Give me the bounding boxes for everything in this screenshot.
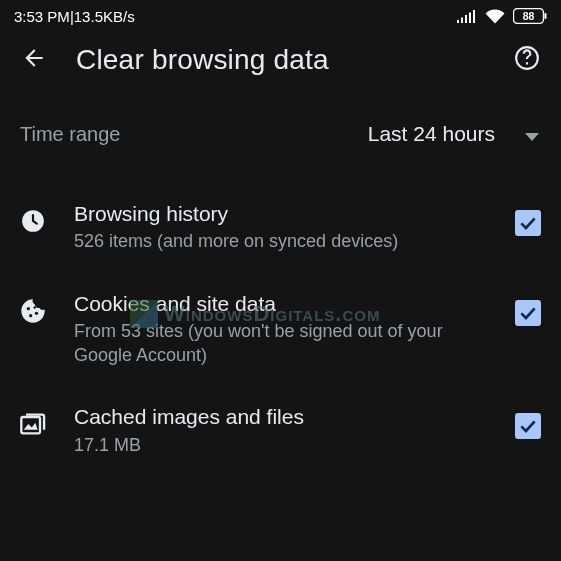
option-text: Cookies and site data From 53 sites (you… bbox=[74, 290, 489, 368]
app-bar: Clear browsing data bbox=[0, 30, 561, 86]
svg-point-9 bbox=[27, 307, 30, 310]
status-right: 88 bbox=[457, 8, 547, 24]
arrow-left-icon bbox=[21, 45, 47, 75]
checkbox[interactable] bbox=[515, 300, 541, 326]
svg-rect-1 bbox=[461, 18, 463, 24]
page-title: Clear browsing data bbox=[76, 44, 485, 76]
option-subtitle: 17.1 MB bbox=[74, 433, 489, 457]
time-range-value: Last 24 hours bbox=[368, 122, 495, 146]
cookie-icon bbox=[18, 296, 48, 326]
wifi-icon bbox=[485, 9, 505, 24]
status-time: 3:53 PM bbox=[14, 8, 70, 25]
checkbox[interactable] bbox=[515, 413, 541, 439]
svg-point-12 bbox=[33, 306, 36, 309]
option-title: Browsing history bbox=[74, 200, 489, 227]
signal-icon bbox=[457, 9, 477, 23]
option-text: Browsing history 526 items (and more on … bbox=[74, 200, 489, 254]
option-subtitle: From 53 sites (you won't be signed out o… bbox=[74, 319, 489, 368]
svg-rect-3 bbox=[469, 13, 471, 24]
svg-point-11 bbox=[35, 311, 38, 314]
option-title: Cached images and files bbox=[74, 403, 489, 430]
svg-rect-2 bbox=[465, 15, 467, 23]
checkbox[interactable] bbox=[515, 210, 541, 236]
dropdown-icon bbox=[525, 122, 539, 146]
option-text: Cached images and files 17.1 MB bbox=[74, 403, 489, 457]
svg-rect-4 bbox=[473, 10, 475, 23]
time-range-row[interactable]: Time range Last 24 hours bbox=[0, 86, 561, 176]
status-bar: 3:53 PM | 13.5KB/s 88 bbox=[0, 0, 561, 30]
option-title: Cookies and site data bbox=[74, 290, 489, 317]
option-cookies[interactable]: Cookies and site data From 53 sites (you… bbox=[0, 272, 561, 386]
svg-text:88: 88 bbox=[523, 10, 535, 22]
back-button[interactable] bbox=[18, 44, 50, 76]
time-range-select[interactable]: Last 24 hours bbox=[368, 122, 539, 146]
option-subtitle: 526 items (and more on synced devices) bbox=[74, 229, 489, 253]
images-icon bbox=[18, 409, 48, 439]
option-browsing-history[interactable]: Browsing history 526 items (and more on … bbox=[0, 182, 561, 272]
clock-icon bbox=[18, 206, 48, 236]
battery-icon: 88 bbox=[513, 8, 547, 24]
svg-rect-0 bbox=[457, 20, 459, 23]
status-net-speed: 13.5KB/s bbox=[74, 8, 135, 25]
time-range-label: Time range bbox=[20, 123, 120, 146]
help-icon bbox=[514, 45, 540, 75]
svg-rect-6 bbox=[545, 13, 547, 19]
help-button[interactable] bbox=[511, 44, 543, 76]
options-list: Browsing history 526 items (and more on … bbox=[0, 176, 561, 475]
svg-rect-13 bbox=[21, 417, 40, 433]
svg-point-10 bbox=[29, 314, 32, 317]
status-left: 3:53 PM | 13.5KB/s bbox=[14, 8, 135, 25]
option-cached-images[interactable]: Cached images and files 17.1 MB bbox=[0, 385, 561, 475]
